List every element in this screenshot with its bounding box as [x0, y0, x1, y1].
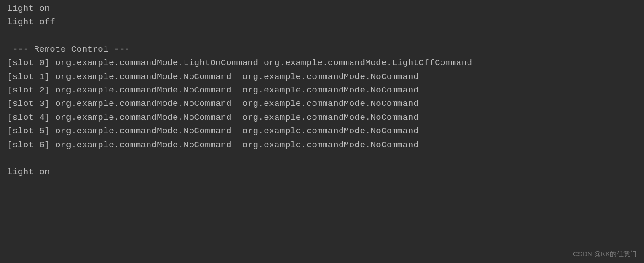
output-slot-line: [slot 5] org.example.commandMode.NoComma… [7, 124, 637, 138]
output-blank-line [7, 152, 637, 165]
output-slot-line: [slot 0] org.example.commandMode.LightOn… [7, 56, 637, 70]
output-slot-line: [slot 1] org.example.commandMode.NoComma… [7, 70, 637, 83]
output-blank-line [7, 29, 637, 43]
output-header-line: --- Remote Control --- [7, 43, 637, 56]
output-line: light on [7, 165, 637, 179]
output-slot-line: [slot 3] org.example.commandMode.NoComma… [7, 97, 637, 110]
console-output: light on light off --- Remote Control --… [7, 2, 637, 179]
output-line: light on [7, 2, 637, 15]
output-slot-line: [slot 6] org.example.commandMode.NoComma… [7, 138, 637, 152]
output-line: light off [7, 15, 637, 29]
watermark-text: CSDN @KK的任意门 [573, 249, 637, 259]
output-slot-line: [slot 2] org.example.commandMode.NoComma… [7, 83, 637, 97]
output-slot-line: [slot 4] org.example.commandMode.NoComma… [7, 111, 637, 124]
